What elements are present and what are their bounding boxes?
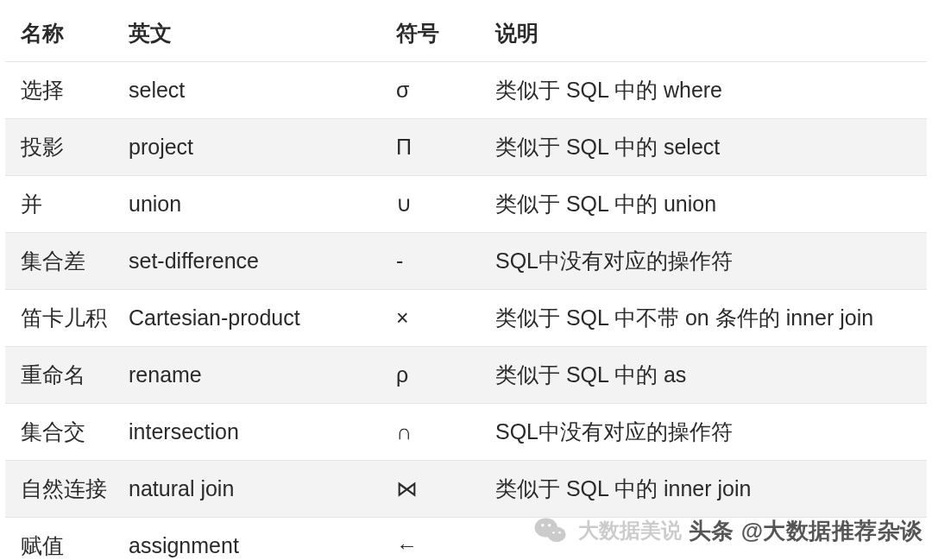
cell-name: 投影 bbox=[5, 119, 113, 176]
cell-name: 赋值 bbox=[5, 518, 113, 561]
table-row: 投影 project Π 类似于 SQL 中的 select bbox=[5, 119, 927, 176]
cell-desc: 类似于 SQL 中的 inner join bbox=[480, 461, 927, 518]
header-name: 名称 bbox=[5, 5, 113, 62]
table-header-row: 名称 英文 符号 说明 bbox=[5, 5, 927, 62]
cell-symbol: ← bbox=[381, 518, 480, 561]
table-row: 赋值 assignment ← bbox=[5, 518, 927, 561]
cell-symbol: ⋈ bbox=[381, 461, 480, 518]
cell-english: rename bbox=[113, 347, 381, 404]
cell-symbol: ∩ bbox=[381, 404, 480, 461]
cell-desc: 类似于 SQL 中的 union bbox=[480, 176, 927, 233]
table-row: 重命名 rename ρ 类似于 SQL 中的 as bbox=[5, 347, 927, 404]
cell-name: 集合交 bbox=[5, 404, 113, 461]
cell-english: select bbox=[113, 62, 381, 119]
table-row: 集合交 intersection ∩ SQL中没有对应的操作符 bbox=[5, 404, 927, 461]
cell-name: 集合差 bbox=[5, 233, 113, 290]
cell-english: set-difference bbox=[113, 233, 381, 290]
cell-symbol: - bbox=[381, 233, 480, 290]
header-symbol: 符号 bbox=[381, 5, 480, 62]
cell-desc: SQL中没有对应的操作符 bbox=[480, 233, 927, 290]
table-row: 选择 select σ 类似于 SQL 中的 where bbox=[5, 62, 927, 119]
header-desc: 说明 bbox=[480, 5, 927, 62]
cell-symbol: ρ bbox=[381, 347, 480, 404]
relational-algebra-table: 名称 英文 符号 说明 选择 select σ 类似于 SQL 中的 where… bbox=[5, 5, 927, 560]
cell-name: 并 bbox=[5, 176, 113, 233]
cell-desc: 类似于 SQL 中的 select bbox=[480, 119, 927, 176]
table-row: 自然连接 natural join ⋈ 类似于 SQL 中的 inner joi… bbox=[5, 461, 927, 518]
cell-symbol: × bbox=[381, 290, 480, 347]
table-row: 笛卡儿积 Cartesian-product × 类似于 SQL 中不带 on … bbox=[5, 290, 927, 347]
cell-name: 选择 bbox=[5, 62, 113, 119]
table-row: 集合差 set-difference - SQL中没有对应的操作符 bbox=[5, 233, 927, 290]
cell-name: 自然连接 bbox=[5, 461, 113, 518]
cell-desc: 类似于 SQL 中的 as bbox=[480, 347, 927, 404]
cell-english: project bbox=[113, 119, 381, 176]
cell-english: intersection bbox=[113, 404, 381, 461]
cell-desc: 类似于 SQL 中不带 on 条件的 inner join bbox=[480, 290, 927, 347]
cell-desc: SQL中没有对应的操作符 bbox=[480, 404, 927, 461]
cell-symbol: ∪ bbox=[381, 176, 480, 233]
header-english: 英文 bbox=[113, 5, 381, 62]
cell-english: union bbox=[113, 176, 381, 233]
cell-symbol: Π bbox=[381, 119, 480, 176]
cell-english: Cartesian-product bbox=[113, 290, 381, 347]
cell-symbol: σ bbox=[381, 62, 480, 119]
cell-desc: 类似于 SQL 中的 where bbox=[480, 62, 927, 119]
table-row: 并 union ∪ 类似于 SQL 中的 union bbox=[5, 176, 927, 233]
cell-name: 重命名 bbox=[5, 347, 113, 404]
cell-english: natural join bbox=[113, 461, 381, 518]
cell-name: 笛卡儿积 bbox=[5, 290, 113, 347]
cell-desc bbox=[480, 518, 927, 561]
cell-english: assignment bbox=[113, 518, 381, 561]
